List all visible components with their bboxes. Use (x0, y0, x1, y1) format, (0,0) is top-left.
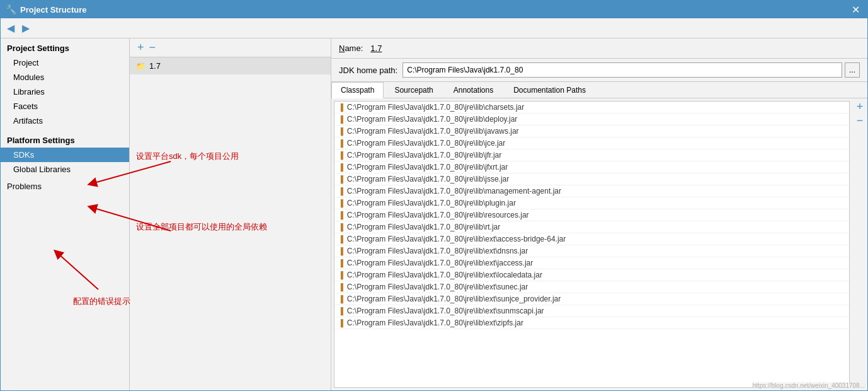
remove-classpath-button[interactable]: − (857, 115, 864, 126)
classpath-item[interactable]: ▐C:\Program Files\Java\jdk1.7.0_80\jre\l… (334, 114, 849, 125)
jar-icon: ▐ (338, 199, 343, 207)
classpath-item-path: C:\Program Files\Java\jdk1.7.0_80\jre\li… (347, 187, 561, 196)
main-content: Project Settings Project Modules Librari… (1, 38, 867, 390)
jdk-path-input[interactable] (403, 62, 842, 78)
classpath-item[interactable]: ▐C:\Program Files\Java\jdk1.7.0_80\jre\l… (334, 269, 849, 281)
classpath-item[interactable]: ▐C:\Program Files\Java\jdk1.7.0_80\jre\l… (334, 209, 849, 221)
classpath-item[interactable]: ▐C:\Program Files\Java\jdk1.7.0_80\jre\l… (334, 125, 849, 137)
close-button[interactable]: ✕ (849, 4, 862, 16)
classpath-item[interactable]: ▐C:\Program Files\Java\jdk1.7.0_80\jre\l… (334, 305, 849, 317)
jar-icon: ▐ (338, 163, 343, 171)
jar-icon: ▐ (338, 247, 343, 255)
classpath-item-path: C:\Program Files\Java\jdk1.7.0_80\jre\li… (347, 127, 519, 136)
classpath-item[interactable]: ▐C:\Program Files\Java\jdk1.7.0_80\jre\l… (334, 281, 849, 293)
classpath-item[interactable]: ▐C:\Program Files\Java\jdk1.7.0_80\jre\l… (334, 293, 849, 305)
jar-icon: ▐ (338, 295, 343, 303)
jar-icon: ▐ (338, 319, 343, 327)
classpath-item[interactable]: ▐C:\Program Files\Java\jdk1.7.0_80\jre\l… (334, 161, 849, 173)
classpath-item[interactable]: ▐C:\Program Files\Java\jdk1.7.0_80\jre\l… (334, 173, 849, 185)
classpath-item[interactable]: ▐C:\Program Files\Java\jdk1.7.0_80\jre\l… (334, 137, 849, 149)
tab-classpath[interactable]: Classpath (331, 82, 384, 98)
sdk-list-item[interactable]: 📁 1.7 (130, 57, 331, 74)
jdk-row: JDK home path: ... (331, 59, 867, 82)
classpath-item[interactable]: ▐C:\Program Files\Java\jdk1.7.0_80\jre\l… (334, 221, 849, 233)
title-icon: 🔧 (6, 4, 16, 15)
sidebar-item-sdks[interactable]: SDKs (1, 148, 129, 162)
sdk-list-toolbar: + − (130, 38, 331, 57)
project-settings-title: Project Settings (1, 38, 129, 55)
classpath-item-path: C:\Program Files\Java\jdk1.7.0_80\jre\li… (347, 283, 528, 291)
back-button[interactable]: ◀ (3, 21, 18, 35)
classpath-item-path: C:\Program Files\Java\jdk1.7.0_80\jre\li… (347, 199, 516, 207)
classpath-item[interactable]: ▐C:\Program Files\Java\jdk1.7.0_80\jre\l… (334, 185, 849, 197)
sidebar-item-problems[interactable]: Problems (1, 177, 129, 194)
classpath-item[interactable]: ▐C:\Program Files\Java\jdk1.7.0_80\jre\l… (334, 317, 849, 329)
classpath-item-path: C:\Program Files\Java\jdk1.7.0_80\jre\li… (347, 223, 500, 231)
jdk-label: JDK home path: (339, 66, 397, 75)
classpath-item-path: C:\Program Files\Java\jdk1.7.0_80\jre\li… (347, 151, 501, 160)
sidebar-item-libraries[interactable]: Libraries (1, 85, 129, 99)
jar-icon: ▐ (338, 283, 343, 291)
classpath-item-path: C:\Program Files\Java\jdk1.7.0_80\jre\li… (347, 271, 542, 279)
sdk-folder-icon: 📁 (136, 62, 146, 71)
title-text: Project Structure (20, 5, 849, 15)
jar-icon: ▐ (338, 127, 343, 135)
classpath-item-path: C:\Program Files\Java\jdk1.7.0_80\jre\li… (347, 306, 544, 315)
classpath-sidebar: + − (852, 98, 867, 390)
sidebar: Project Settings Project Modules Librari… (1, 38, 130, 390)
sidebar-item-artifacts[interactable]: Artifacts (1, 114, 129, 128)
jar-icon: ▐ (338, 223, 343, 231)
tab-sourcepath[interactable]: Sourcepath (385, 82, 442, 98)
sidebar-item-project[interactable]: Project (1, 55, 129, 70)
classpath-item-path: C:\Program Files\Java\jdk1.7.0_80\jre\li… (347, 163, 508, 172)
add-classpath-button[interactable]: + (857, 101, 864, 112)
jar-icon: ▐ (338, 187, 343, 195)
classpath-item[interactable]: ▐C:\Program Files\Java\jdk1.7.0_80\jre\l… (334, 257, 849, 269)
jar-icon: ▐ (338, 259, 343, 267)
jar-icon: ▐ (338, 235, 343, 243)
classpath-item-path: C:\Program Files\Java\jdk1.7.0_80\jre\li… (347, 295, 561, 303)
jar-icon: ▐ (338, 151, 343, 159)
sidebar-item-facets[interactable]: Facets (1, 99, 129, 114)
classpath-item-path: C:\Program Files\Java\jdk1.7.0_80\jre\li… (347, 115, 518, 124)
classpath-item[interactable]: ▐C:\Program Files\Java\jdk1.7.0_80\jre\l… (334, 245, 849, 257)
classpath-item[interactable]: ▐C:\Program Files\Java\jdk1.7.0_80\jre\l… (334, 102, 849, 114)
url-badge: https://blog.csdn.net/weixin_40031708... (753, 382, 865, 389)
project-structure-window: 🔧 Project Structure ✕ ◀ ▶ Project Settin… (0, 0, 868, 391)
forward-button[interactable]: ▶ (18, 21, 33, 35)
classpath-item-path: C:\Program Files\Java\jdk1.7.0_80\jre\li… (347, 259, 533, 267)
jar-icon: ▐ (338, 139, 343, 147)
tab-annotations[interactable]: Annotations (444, 82, 503, 98)
jar-icon: ▐ (338, 115, 343, 123)
sidebar-item-global-libraries[interactable]: Global Libraries (1, 162, 129, 177)
classpath-item-path: C:\Program Files\Java\jdk1.7.0_80\jre\li… (347, 235, 566, 243)
name-value: 1.7 (370, 44, 382, 53)
classpath-item-path: C:\Program Files\Java\jdk1.7.0_80\jre\li… (347, 211, 529, 219)
name-underline: N (339, 44, 345, 53)
classpath-item-path: C:\Program Files\Java\jdk1.7.0_80\jre\li… (347, 175, 509, 184)
classpath-item-path: C:\Program Files\Java\jdk1.7.0_80\jre\li… (347, 103, 524, 112)
jar-icon: ▐ (338, 307, 343, 315)
remove-sdk-button[interactable]: − (147, 41, 159, 54)
add-sdk-button[interactable]: + (135, 41, 147, 54)
jar-icon: ▐ (338, 175, 343, 183)
tabs-bar: Classpath Sourcepath Annotations Documen… (331, 82, 867, 98)
right-panel: Name: 1.7 JDK home path: ... Classpath S… (331, 38, 867, 390)
classpath-list: ▐C:\Program Files\Java\jdk1.7.0_80\jre\l… (334, 101, 850, 388)
classpath-item-path: C:\Program Files\Java\jdk1.7.0_80\jre\li… (347, 318, 523, 327)
jar-icon: ▐ (338, 271, 343, 279)
toolbar: ◀ ▶ (1, 18, 867, 38)
classpath-item-path: C:\Program Files\Java\jdk1.7.0_80\jre\li… (347, 247, 528, 255)
sidebar-item-modules[interactable]: Modules (1, 70, 129, 85)
sdk-list-panel: + − 📁 1.7 (130, 38, 331, 390)
classpath-panel: ▐C:\Program Files\Java\jdk1.7.0_80\jre\l… (331, 98, 867, 390)
jar-icon: ▐ (338, 211, 343, 219)
title-bar: 🔧 Project Structure ✕ (1, 1, 867, 18)
name-row: Name: 1.7 (331, 38, 867, 59)
classpath-item[interactable]: ▐C:\Program Files\Java\jdk1.7.0_80\jre\l… (334, 197, 849, 209)
classpath-item[interactable]: ▐C:\Program Files\Java\jdk1.7.0_80\jre\l… (334, 149, 849, 161)
sdk-name: 1.7 (149, 61, 161, 71)
jdk-browse-button[interactable]: ... (845, 62, 860, 78)
classpath-item[interactable]: ▐C:\Program Files\Java\jdk1.7.0_80\jre\l… (334, 233, 849, 245)
tab-documentation-paths[interactable]: Documentation Paths (504, 82, 595, 98)
